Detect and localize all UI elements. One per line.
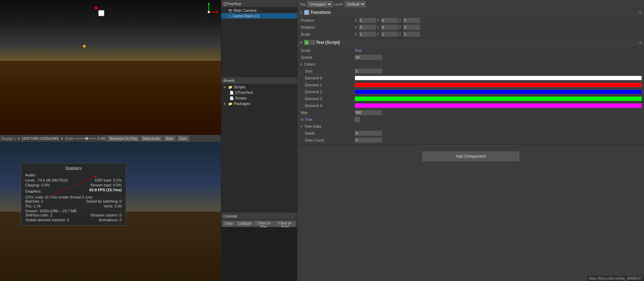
data-count-input[interactable]: [355, 137, 382, 143]
position-x-input[interactable]: [359, 18, 376, 23]
y-label-scale: Y: [377, 32, 380, 36]
scale-y-input[interactable]: [381, 31, 398, 37]
scale-label: Scale: [65, 137, 74, 140]
collapse-button[interactable]: Collapse: [236, 221, 253, 226]
element-4-row: Element 4: [297, 102, 644, 109]
colors-size-row: Size: [297, 68, 644, 75]
svg-marker-1: [208, 2, 210, 4]
svg-point-6: [95, 7, 97, 9]
is-tree-label: Is Tree: [299, 117, 355, 122]
element-3-swatch[interactable]: [355, 96, 642, 101]
element-1-swatch[interactable]: [355, 83, 642, 87]
tree-data-header[interactable]: ▼ Tree Data: [297, 123, 644, 130]
rotation-x-input[interactable]: [359, 25, 376, 30]
stats-clipping: Clipping: 0.0%: [25, 183, 50, 187]
stats-graphics-row: Graphics: 63.9 FPS (15.7ms): [25, 188, 122, 194]
transform-header[interactable]: ▼ ⟳ Transform ⚙: [297, 9, 644, 16]
script-enabled-checkbox[interactable]: [310, 40, 315, 45]
script-cog-icon[interactable]: ⚙: [639, 41, 642, 45]
clear-button[interactable]: Clear: [223, 221, 235, 226]
rotation-row: Rotation X Y Z: [297, 24, 644, 31]
assets-item-scripts2[interactable]: 📄 Scripts: [221, 95, 297, 101]
console-options-icon[interactable]: ⋮: [290, 213, 295, 219]
x-label-pos: X: [355, 19, 358, 22]
element-2-swatch[interactable]: [355, 89, 642, 94]
assets-label-qtreetest: QTreeTest: [235, 90, 253, 95]
x-label-rot: X: [355, 26, 358, 29]
mute-audio-button[interactable]: Mute Audio: [141, 136, 162, 141]
stats-batches-row: Batches: 2 Saved by batching: 0: [25, 199, 122, 203]
scale-x-input[interactable]: [359, 31, 376, 37]
clear-on-play-button[interactable]: Clear on Play: [254, 221, 274, 226]
stats-batches: Batches: 2: [25, 199, 43, 203]
scale-slider[interactable]: [75, 138, 96, 139]
resolution-dropdown-arrow: ▼: [60, 137, 64, 140]
rotation-z-input[interactable]: [403, 25, 420, 30]
middle-panel: QTreeTest 📷 Main Camera ⬡ GameObject (1)…: [221, 0, 297, 281]
clear-on-build-button[interactable]: Clear on Build: [275, 221, 296, 226]
transform-cog-icon[interactable]: ⚙: [639, 11, 642, 14]
element-0-value: [355, 76, 642, 80]
speed-row: Speed: [297, 54, 644, 61]
resolution-dropdown[interactable]: 1920*1080 (1920x1080): [22, 137, 59, 140]
scale-xyz: X Y Z: [355, 31, 420, 37]
is-tree-checkbox[interactable]: [355, 117, 360, 122]
depth-label: Depth: [299, 131, 355, 135]
graphics-label: Graphics:: [25, 189, 41, 193]
scripts-folder-icon: 📁: [228, 85, 232, 89]
hierarchy-item-camera[interactable]: 📷 Main Camera: [221, 8, 297, 13]
stats-screen: Screen: 1920x1080 – 23.7 MB: [25, 209, 122, 213]
test-script-title: Test (Script): [316, 40, 340, 45]
scale-label: Scale: [299, 32, 355, 36]
assets-item-qtreetest[interactable]: 📄 QTreeTest: [221, 90, 297, 95]
position-z-input[interactable]: [403, 18, 420, 23]
element-3-row: Element 3: [297, 95, 644, 102]
layer-dropdown[interactable]: Default: [345, 1, 366, 7]
assets-item-scripts[interactable]: ▶ 📁 Scripts: [221, 84, 297, 90]
inspector-panel: Tag Untagged Layer Default ▼ ⟳ Transform…: [297, 0, 644, 281]
stats-skinned-row: Visible skinned meshes: 0 Animations: 0: [25, 218, 122, 222]
gizmos-button[interactable]: Gizm: [177, 136, 189, 141]
data-count-label: Data Count: [299, 138, 355, 142]
stats-tris: Tris: 1.7k: [25, 204, 41, 208]
transform-gizmo: [93, 5, 109, 21]
stats-dsp: DSP load: 0.2%: [95, 178, 122, 182]
display-label: Display 1: [1, 137, 16, 140]
stats-verts: Verts: 5.0k: [104, 204, 122, 208]
console-toolbar: Clear Collapse Clear on Play Clear on Bu…: [221, 220, 297, 227]
assets-item-packages[interactable]: ▶ 📁 Packages: [221, 101, 297, 106]
speed-input[interactable]: [355, 55, 382, 60]
max-input[interactable]: [355, 110, 382, 115]
script-prop-label: Script: [299, 48, 355, 52]
tree-data-label: Tree Data: [303, 124, 321, 128]
hierarchy-title: QTreeTest: [223, 2, 241, 6]
camera-icon: 📷: [228, 9, 232, 12]
scale-z-input[interactable]: [403, 31, 420, 37]
statistics-popup: Statistics Audio: Level: -74.8 dB (MUTED…: [21, 163, 126, 226]
assets-panel: ▶ 📁 Scripts 📄 QTreeTest 📄 Scripts ▶ 📁 Pa…: [221, 84, 297, 212]
position-row: Position X Y Z: [297, 17, 644, 24]
test-script-header[interactable]: ▼ # Test (Script) ⚙: [297, 39, 644, 46]
depth-input[interactable]: [355, 130, 382, 136]
element-0-swatch[interactable]: [355, 76, 642, 80]
rotation-y-input[interactable]: [381, 25, 398, 30]
scale-value: X Y Z: [355, 31, 642, 37]
add-component-button[interactable]: Add Component: [422, 152, 519, 161]
maximize-on-play-button[interactable]: Maximize On Play: [107, 136, 139, 141]
svg-marker-3: [216, 11, 218, 13]
element-4-swatch[interactable]: [355, 103, 642, 108]
statistics-title: Statistics: [25, 166, 122, 171]
size-input[interactable]: [355, 68, 382, 74]
scripts-icon: 📄: [230, 96, 234, 100]
position-y-input[interactable]: [381, 18, 398, 23]
hierarchy-header: QTreeTest: [221, 0, 297, 8]
colors-label: Colors: [303, 62, 315, 66]
bottom-game-view: Statistics Audio: Level: -74.8 dB (MUTED…: [0, 142, 221, 281]
tag-dropdown[interactable]: Untagged: [307, 1, 333, 7]
stats-button[interactable]: Stats: [164, 136, 176, 141]
hierarchy-item-gameobj[interactable]: ⬡ GameObject (1): [221, 13, 297, 19]
colors-subsection-header[interactable]: ▼ Colors: [297, 61, 644, 68]
game-toolbar: Display 1 ▼ 1920*1080 (1920x1080) ▼ Scal…: [0, 135, 221, 142]
position-value: X Y Z: [355, 18, 642, 23]
svg-rect-5: [99, 10, 104, 16]
